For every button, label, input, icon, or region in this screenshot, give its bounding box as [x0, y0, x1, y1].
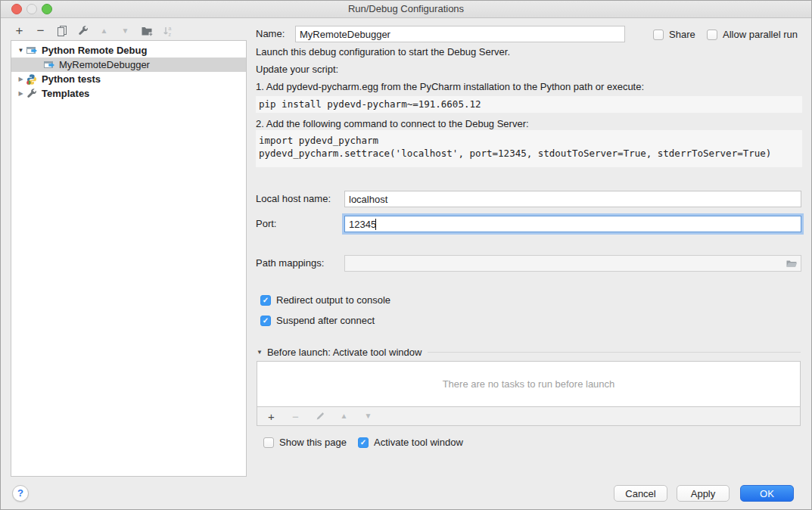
before-launch-toolbar: + − ▲ ▼	[257, 407, 801, 426]
name-label: Name:	[256, 26, 285, 42]
show-this-page-label: Show this page	[279, 437, 347, 448]
instruction-step1: 1. Add pydevd-pycharm.egg from the PyCha…	[256, 80, 644, 94]
text-caret	[375, 219, 376, 230]
move-down-button[interactable]: ▼	[118, 23, 132, 38]
move-task-up-button[interactable]: ▲	[337, 409, 351, 424]
pip-install-command: pip install pydevd-pycharm~=191.6605.12	[256, 96, 802, 113]
allow-parallel-run-label: Allow parallel run	[723, 29, 798, 40]
close-window-button[interactable]	[11, 4, 22, 14]
section-divider	[428, 352, 801, 353]
sort-configurations-button[interactable]: az	[160, 23, 175, 38]
share-checkbox-row: ✓ Share	[653, 29, 695, 40]
share-checkbox[interactable]: ✓	[653, 30, 664, 40]
check-icon: ✓	[263, 296, 269, 305]
empty-task-list-text: There are no tasks to run before launch	[443, 378, 615, 390]
wrench-icon	[77, 25, 89, 37]
ok-button[interactable]: OK	[740, 485, 794, 502]
instruction-intro: Launch this debug configuration to start…	[256, 45, 510, 59]
minus-icon: −	[37, 24, 45, 37]
tree-item-label: Templates	[42, 88, 89, 99]
zoom-window-button[interactable]	[42, 4, 52, 14]
code-line-settrace: pydevd_pycharm.settrace('localhost', por…	[259, 147, 799, 160]
help-icon: ?	[17, 487, 23, 499]
suspend-after-connect-checkbox[interactable]: ✓	[260, 316, 271, 326]
redirect-output-checkbox-row: ✓ Redirect output to console	[260, 294, 390, 306]
instruction-update-script: Update your script:	[256, 63, 338, 76]
svg-text:z: z	[168, 31, 171, 36]
show-this-page-checkbox[interactable]: ✓	[263, 437, 274, 448]
activate-tool-window-checkbox-row: ✓ Activate tool window	[358, 437, 463, 448]
svg-text:a: a	[168, 26, 171, 31]
remote-debug-config-icon	[43, 59, 55, 71]
tree-item-myremotedebugger[interactable]: MyRemoteDebugger	[11, 58, 246, 72]
tree-item-label: Python Remote Debug	[42, 45, 147, 56]
expand-arrow-icon[interactable]: ▶	[16, 90, 26, 97]
allow-parallel-run-checkbox-row: ✓ Allow parallel run	[707, 29, 798, 40]
edit-task-button[interactable]	[313, 409, 327, 424]
before-launch-section-header[interactable]: ▼ Before launch: Activate tool window	[257, 347, 801, 358]
new-folder-icon	[141, 25, 153, 37]
redirect-output-label: Redirect output to console	[276, 294, 390, 306]
minus-icon: −	[292, 411, 299, 422]
move-up-icon: ▲	[341, 412, 348, 420]
settrace-code-block: import pydevd_pycharm pydevd_pycharm.set…	[256, 130, 802, 167]
check-icon: ✓	[263, 316, 269, 325]
remove-task-button[interactable]: −	[288, 409, 303, 424]
run-debug-configurations-dialog: Run/Debug Configurations + − ▲ ▼ az ▼ Py…	[0, 0, 812, 510]
configurations-tree: ▼ Python Remote Debug MyRemoteDebugger ▶…	[11, 40, 247, 477]
tree-item-python-remote-debug[interactable]: ▼ Python Remote Debug	[11, 43, 246, 58]
expand-arrow-icon[interactable]: ▼	[16, 47, 26, 54]
add-configuration-button[interactable]: +	[12, 23, 26, 38]
move-down-icon: ▼	[122, 27, 129, 35]
configuration-form: Name: ✓ Share ✓ Allow parallel run Launc…	[256, 22, 802, 476]
name-input[interactable]	[295, 26, 625, 42]
cancel-button[interactable]: Cancel	[614, 485, 667, 502]
code-line-import: import pydevd_pycharm	[259, 134, 799, 147]
plus-icon: +	[268, 411, 275, 422]
before-launch-task-list: There are no tasks to run before launch	[257, 361, 801, 407]
local-host-name-label: Local host name:	[256, 191, 331, 207]
copy-configuration-button[interactable]	[54, 23, 69, 38]
local-host-name-input[interactable]	[344, 191, 801, 207]
move-up-button[interactable]: ▲	[97, 23, 111, 38]
tree-item-label: Python tests	[42, 73, 101, 85]
plus-icon: +	[16, 24, 23, 37]
move-up-icon: ▲	[101, 27, 108, 35]
redirect-output-checkbox[interactable]: ✓	[260, 295, 271, 306]
pencil-icon	[315, 411, 325, 421]
collapse-arrow-icon: ▼	[257, 349, 263, 356]
minimize-window-button	[26, 4, 37, 14]
activate-tool-window-checkbox[interactable]: ✓	[358, 437, 369, 448]
tree-item-label: MyRemoteDebugger	[59, 59, 150, 70]
tree-item-templates[interactable]: ▶ Templates	[11, 86, 246, 101]
activate-tool-window-label: Activate tool window	[374, 437, 463, 448]
templates-wrench-icon	[26, 88, 38, 100]
configurations-toolbar: + − ▲ ▼ az	[12, 23, 175, 38]
help-button[interactable]: ?	[12, 485, 29, 502]
before-launch-title: Before launch: Activate tool window	[267, 347, 422, 358]
browse-folder-icon[interactable]	[786, 257, 798, 269]
share-label: Share	[669, 29, 695, 40]
title-bar: Run/Debug Configurations	[1, 1, 811, 18]
create-folder-button[interactable]	[139, 23, 154, 38]
port-input[interactable]	[344, 216, 801, 232]
remote-debug-config-icon	[26, 45, 38, 57]
suspend-after-connect-label: Suspend after connect	[276, 315, 375, 326]
path-mappings-field[interactable]	[344, 255, 801, 272]
apply-button[interactable]: Apply	[677, 485, 730, 502]
expand-arrow-icon[interactable]: ▶	[16, 76, 26, 82]
remove-configuration-button[interactable]: −	[33, 23, 48, 38]
move-task-down-button[interactable]: ▼	[361, 409, 375, 424]
tree-item-python-tests[interactable]: ▶ Python tests	[11, 72, 246, 86]
port-label: Port:	[256, 216, 276, 232]
edit-templates-button[interactable]	[76, 23, 90, 38]
check-icon: ✓	[360, 438, 366, 447]
sort-alphabetically-icon: az	[162, 25, 174, 37]
show-this-page-checkbox-row: ✓ Show this page	[263, 437, 347, 448]
suspend-after-connect-checkbox-row: ✓ Suspend after connect	[260, 315, 375, 326]
instruction-step2: 2. Add the following command to connect …	[256, 117, 529, 131]
add-task-button[interactable]: +	[264, 409, 278, 424]
move-down-icon: ▼	[365, 412, 372, 420]
copy-icon	[56, 25, 68, 37]
allow-parallel-run-checkbox[interactable]: ✓	[707, 30, 717, 40]
